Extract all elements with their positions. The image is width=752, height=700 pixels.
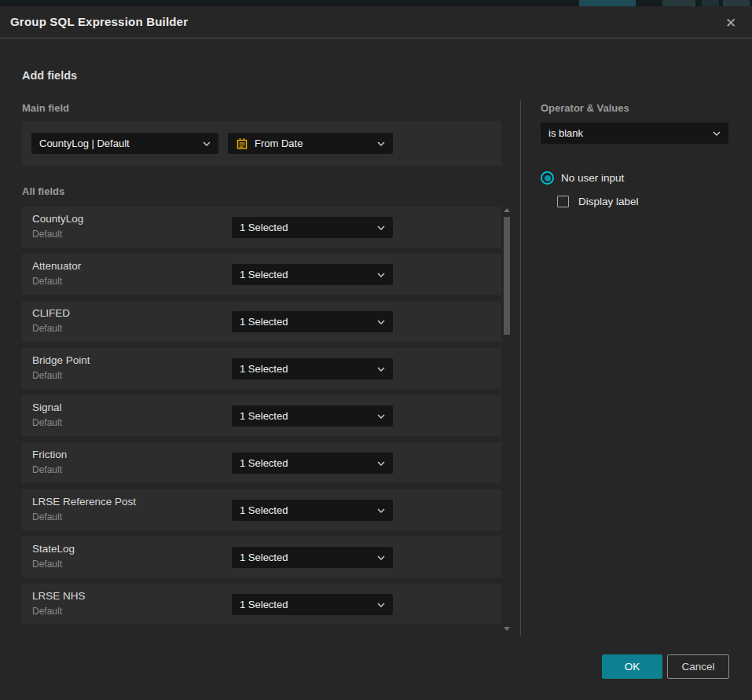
chevron-down-icon xyxy=(377,225,385,230)
field-selected-dropdown[interactable]: 1 Selected xyxy=(232,311,393,332)
field-selected-value: 1 Selected xyxy=(240,599,371,610)
close-icon[interactable]: ✕ xyxy=(721,13,740,32)
field-selected-value: 1 Selected xyxy=(240,410,371,422)
field-selected-value: 1 Selected xyxy=(240,552,371,563)
list-item: StateLog Default 1 Selected xyxy=(22,537,501,577)
all-fields-list: CountyLog Default 1 Selected Attenuator … xyxy=(22,207,501,631)
field-name: StateLog xyxy=(32,543,75,555)
list-item: LRSE NHS Default 1 Selected xyxy=(22,584,501,625)
panel-divider xyxy=(520,101,521,636)
main-field-field-dropdown[interactable]: From Date xyxy=(228,133,393,154)
chevron-down-icon xyxy=(377,603,385,607)
background-app-strip xyxy=(0,0,752,6)
field-selected-dropdown[interactable]: 1 Selected xyxy=(232,453,393,474)
field-selected-value: 1 Selected xyxy=(240,222,371,233)
list-item: Attenuator Default 1 Selected xyxy=(22,254,501,295)
field-selected-dropdown[interactable]: 1 Selected xyxy=(232,217,393,238)
field-name: LRSE Reference Post xyxy=(32,496,136,508)
background-toolbar-fragment xyxy=(702,0,719,6)
field-selected-dropdown[interactable]: 1 Selected xyxy=(232,500,393,521)
chevron-down-icon xyxy=(713,131,721,136)
field-selected-value: 1 Selected xyxy=(240,457,371,469)
field-selected-dropdown[interactable]: 1 Selected xyxy=(232,594,393,615)
field-name: Signal xyxy=(32,401,62,413)
field-subtitle: Default xyxy=(32,370,62,381)
checkbox-unchecked-icon xyxy=(557,196,569,207)
scrollbar xyxy=(503,207,511,632)
field-name: Bridge Point xyxy=(32,354,90,366)
chevron-down-icon xyxy=(377,414,385,419)
operator-values-label: Operator & Values xyxy=(541,102,629,114)
list-item: LRSE Reference Post Default 1 Selected xyxy=(22,489,501,530)
field-subtitle: Default xyxy=(32,559,62,570)
all-fields-label: All fields xyxy=(22,185,64,197)
radio-selected-icon xyxy=(541,171,554,185)
list-item: Bridge Point Default 1 Selected xyxy=(22,348,501,389)
no-user-input-radio[interactable]: No user input xyxy=(541,171,624,185)
list-item: Friction Default 1 Selected xyxy=(22,442,501,483)
chevron-down-icon xyxy=(377,367,385,372)
list-item: CountyLog Default 1 Selected xyxy=(22,207,501,247)
dialog-title: Group SQL Expression Builder xyxy=(10,15,188,28)
main-field-panel: CountyLog | Default From Date xyxy=(22,121,501,166)
field-name: Friction xyxy=(32,449,67,460)
field-selected-value: 1 Selected xyxy=(240,504,371,516)
background-toolbar-fragment xyxy=(579,0,636,6)
field-selected-dropdown[interactable]: 1 Selected xyxy=(232,405,393,427)
ok-button[interactable]: OK xyxy=(602,654,662,679)
scrollbar-up-arrow-icon[interactable] xyxy=(504,208,510,212)
list-item: CLIFED Default 1 Selected xyxy=(22,301,501,342)
main-field-label: Main field xyxy=(22,102,69,114)
field-subtitle: Default xyxy=(32,464,62,475)
chevron-down-icon xyxy=(377,273,385,277)
field-selected-dropdown[interactable]: 1 Selected xyxy=(232,547,393,568)
list-item: Signal Default 1 Selected xyxy=(22,395,501,436)
main-field-field-value: From Date xyxy=(255,137,371,149)
field-subtitle: Default xyxy=(32,606,62,617)
operator-dropdown[interactable]: is blank xyxy=(541,123,728,144)
field-name: LRSE NHS xyxy=(32,590,86,602)
display-label-checkbox[interactable]: Display label xyxy=(557,196,639,207)
field-selected-dropdown[interactable]: 1 Selected xyxy=(232,264,393,285)
field-selected-dropdown[interactable]: 1 Selected xyxy=(232,358,393,379)
scrollbar-thumb[interactable] xyxy=(504,217,510,335)
main-field-source-value: CountyLog | Default xyxy=(39,137,196,149)
scrollbar-down-arrow-icon[interactable] xyxy=(504,627,510,631)
add-fields-heading: Add fields xyxy=(22,69,77,82)
field-subtitle: Default xyxy=(32,276,62,287)
main-field-source-dropdown[interactable]: CountyLog | Default xyxy=(31,133,218,154)
chevron-down-icon xyxy=(377,555,385,560)
chevron-down-icon xyxy=(377,461,385,466)
field-selected-value: 1 Selected xyxy=(240,316,371,328)
chevron-down-icon xyxy=(377,508,385,513)
field-selected-value: 1 Selected xyxy=(240,269,371,280)
no-user-input-label: No user input xyxy=(561,172,624,184)
field-subtitle: Default xyxy=(32,323,62,334)
field-subtitle: Default xyxy=(32,229,62,240)
dialog-titlebar: Group SQL Expression Builder ✕ xyxy=(0,6,752,38)
field-subtitle: Default xyxy=(32,511,62,522)
field-name: Attenuator xyxy=(32,260,81,272)
field-name: CLIFED xyxy=(32,307,70,319)
operator-value: is blank xyxy=(548,127,706,139)
display-label-text: Display label xyxy=(578,196,639,207)
group-sql-expression-builder-dialog: Group SQL Expression Builder ✕ Add field… xyxy=(0,6,752,700)
chevron-down-icon xyxy=(377,320,385,324)
cancel-button[interactable]: Cancel xyxy=(667,654,729,679)
field-selected-value: 1 Selected xyxy=(240,363,371,375)
chevron-down-icon xyxy=(377,141,385,146)
field-name: CountyLog xyxy=(32,213,83,225)
background-toolbar-fragment xyxy=(662,0,695,6)
field-subtitle: Default xyxy=(32,417,62,428)
chevron-down-icon xyxy=(203,141,211,146)
background-toolbar-fragment xyxy=(723,0,750,6)
calendar-icon xyxy=(236,137,248,150)
